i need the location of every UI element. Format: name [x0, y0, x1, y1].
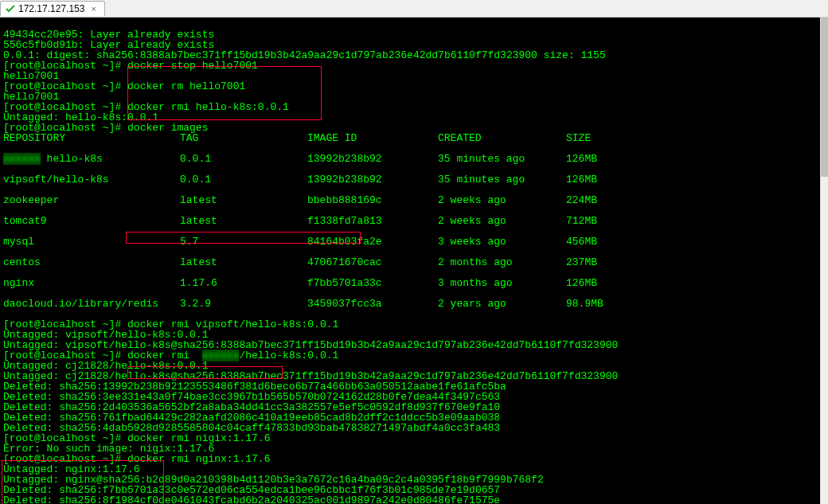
tab-label: 172.17.127.153 [18, 3, 84, 14]
table-row: xxxxxx hello-k8s0.0.113992b238b9235 minu… [3, 154, 825, 164]
cmd: docker rm hello7001 [121, 80, 245, 92]
table-header: REPOSITORYTAGIMAGE IDCREATEDSIZE [3, 133, 825, 143]
scroll-thumb[interactable] [821, 18, 828, 177]
table-row: zookeeperlatestbbebb888169c2 weeks ago22… [3, 195, 825, 205]
table-row: vipsoft/hello-k8s0.0.113992b238b9235 min… [3, 174, 825, 185]
table-row: centoslatest470671670cac2 months ago237M… [3, 257, 825, 268]
session-tab[interactable]: 172.17.127.153 × [0, 1, 105, 16]
table-row: tomcat9latestf1338fd7a8132 weeks ago712M… [3, 216, 825, 226]
tab-bar: 172.17.127.153 × [0, 0, 828, 18]
table-row: mysql5.784164b03fa2e3 weeks ago456MB [3, 236, 825, 247]
table-row: nginx1.17.6f7bb5701a33c3 months ago126MB [3, 278, 825, 288]
cmd: docker stop hello7001 [121, 60, 258, 72]
terminal[interactable]: 49434cc20e95: Layer already exists 556c5… [0, 18, 828, 504]
table-row: daocloud.io/library/redis3.2.93459037fcc… [3, 299, 825, 309]
scrollbar[interactable] [820, 18, 828, 504]
check-icon [6, 4, 15, 14]
close-icon[interactable]: × [91, 4, 96, 14]
cmd: docker rmi nginx:1.17.6 [121, 453, 270, 465]
out-line: Deleted: sha256:8f1984cf0de0461043fcabd6… [3, 494, 500, 504]
